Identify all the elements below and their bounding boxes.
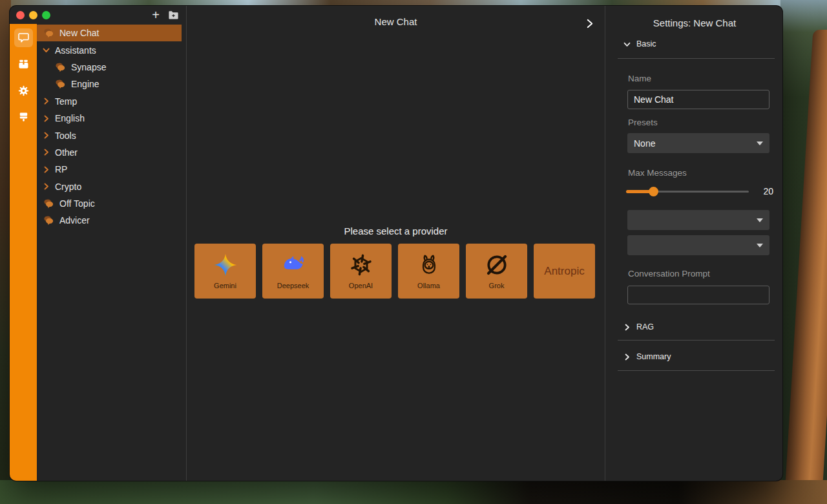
folder-plus-icon[interactable] — [167, 9, 180, 21]
sidebar-item[interactable]: RP — [37, 161, 182, 178]
titlebar-actions: + — [150, 9, 180, 21]
presets-value: None — [634, 138, 655, 149]
chevron-right-icon — [42, 148, 50, 156]
sidebar-item-label: Tools — [55, 131, 76, 141]
sidebar-item-label: Assistants — [55, 45, 96, 56]
provider-card[interactable]: OpenAI — [330, 244, 392, 299]
chevron-right-icon — [42, 182, 50, 191]
provider-prompt: Please select a provider — [187, 226, 605, 236]
sidebar-item-label: Crypto — [55, 182, 81, 192]
chevron-right-icon — [42, 97, 50, 105]
sidebar-item[interactable]: Temp — [37, 93, 182, 110]
model-select-1[interactable] — [627, 210, 769, 230]
provider-card[interactable]: Gemini — [194, 244, 256, 299]
sidebar-item[interactable]: Synapse — [37, 59, 182, 76]
chevron-right-icon — [42, 114, 50, 123]
divider — [618, 340, 775, 341]
conversation-prompt-input[interactable] — [627, 286, 769, 304]
provider-label: Antropic — [544, 265, 584, 278]
wallpaper-foliage — [0, 480, 827, 504]
sidebar-item-label: Temp — [55, 96, 77, 107]
caret-down-icon — [757, 142, 763, 145]
sidebar-item-label: Advicer — [59, 215, 90, 226]
sidebar-item[interactable]: Advicer — [37, 212, 182, 229]
chat-title: New Chat — [187, 16, 605, 27]
provider-card[interactable]: Grok — [466, 244, 527, 299]
section-summary-label: Summary — [636, 352, 671, 361]
sidebar-item-label: RP — [55, 164, 67, 174]
titlebar: + — [10, 6, 186, 24]
provider-label: OpenAI — [349, 282, 373, 289]
model-select-2[interactable] — [627, 235, 769, 255]
provider-card[interactable]: Antropic — [534, 244, 595, 299]
sidebar-item[interactable]: Crypto — [37, 178, 182, 195]
max-messages-label: Max Messages — [628, 168, 783, 178]
themes-nav-button[interactable] — [14, 108, 33, 127]
sidebar-item-label: Synapse — [71, 62, 106, 72]
close-button[interactable] — [16, 11, 25, 19]
section-summary[interactable]: Summary — [605, 352, 783, 361]
section-basic-label: Basic — [636, 39, 656, 48]
sidebar-item[interactable]: Off Topic — [37, 195, 182, 212]
plus-icon[interactable]: + — [150, 9, 162, 21]
provider-list: Gemini — [194, 244, 595, 299]
provider-card[interactable]: Ollama — [398, 244, 459, 299]
panel-collapse-chevron-icon[interactable] — [584, 18, 595, 29]
deepseek-icon — [281, 253, 306, 277]
max-messages-value: 20 — [763, 186, 773, 196]
provider-label: Deepseek — [277, 282, 309, 289]
section-rag[interactable]: RAG — [605, 322, 783, 331]
box-icon — [17, 58, 30, 71]
presets-select[interactable]: None — [627, 133, 769, 153]
chevron-right-icon — [623, 353, 631, 361]
divider — [618, 370, 775, 371]
settings-panel: Settings: New Chat Basic Name New Chat P… — [605, 6, 783, 481]
presets-label: Presets — [628, 118, 783, 127]
name-input[interactable]: New Chat — [627, 90, 769, 109]
app-window: + — [9, 5, 783, 481]
zoom-button[interactable] — [42, 11, 50, 19]
gemini-icon — [213, 253, 238, 277]
name-label: Name — [628, 74, 783, 83]
minimize-button[interactable] — [29, 11, 37, 19]
section-basic[interactable]: Basic — [605, 39, 783, 48]
storage-nav-button[interactable] — [14, 55, 33, 74]
window-controls — [16, 11, 50, 19]
conversation-prompt-label: Conversation Prompt — [628, 269, 783, 278]
sidebar-item[interactable]: English — [37, 110, 182, 127]
brush-icon — [17, 110, 30, 124]
openai-icon — [349, 253, 373, 277]
sidebar-item-label: New Chat — [59, 28, 99, 38]
provider-label: Grok — [489, 282, 505, 289]
provider-label: Gemini — [214, 282, 236, 289]
chevron-down-icon — [42, 46, 50, 54]
sidebar-item-label: English — [55, 113, 85, 123]
chat-bubbles-icon — [42, 198, 55, 209]
sidebar-item[interactable]: Assistants — [37, 41, 182, 58]
sidebar-item-label: Engine — [71, 79, 99, 89]
sidebar-item[interactable]: Tools — [37, 127, 182, 143]
slider-thumb[interactable] — [649, 187, 658, 196]
sidebar-item[interactable]: Other — [37, 144, 182, 161]
chat-bubbles-icon — [54, 61, 67, 72]
sidebar-item[interactable]: Engine — [37, 76, 182, 92]
grok-icon — [485, 253, 509, 277]
chat-bubble-icon — [17, 31, 30, 45]
chevron-right-icon — [623, 323, 631, 331]
chats-nav-button[interactable] — [14, 28, 33, 47]
settings-nav-button[interactable] — [14, 81, 33, 100]
provider-label: Ollama — [417, 282, 440, 289]
chat-bubbles-icon — [42, 215, 55, 226]
main-panel: New Chat Please select a provider — [187, 6, 605, 481]
max-messages-slider[interactable] — [626, 187, 749, 196]
divider — [618, 58, 775, 59]
sidebar-item-label: Off Topic — [59, 198, 95, 209]
name-value: New Chat — [634, 94, 673, 105]
sidebar-item[interactable]: New Chat — [37, 25, 182, 41]
chat-bubbles-icon — [42, 28, 55, 39]
sidebar: New Chat Assistants — [37, 24, 186, 481]
provider-card[interactable]: Deepseek — [262, 244, 324, 299]
max-messages-row: 20 — [626, 186, 773, 196]
chevron-down-icon — [623, 40, 631, 48]
caret-down-icon — [757, 244, 763, 247]
